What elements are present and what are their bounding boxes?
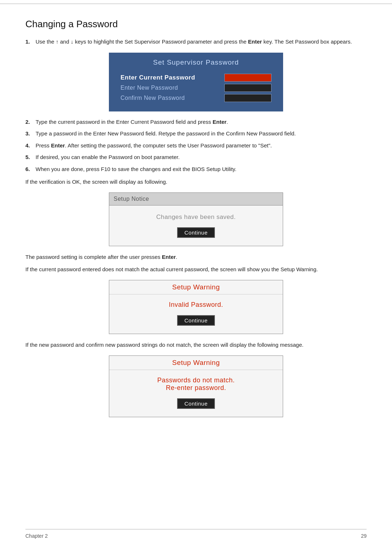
para-before-warning2: If the new password and confirm new pass… xyxy=(25,341,367,349)
chapter-label: Chapter 2 xyxy=(25,533,48,539)
field-input-confirm[interactable] xyxy=(224,94,271,102)
steps-list-2: 2. Type the current password in the Ente… xyxy=(25,118,367,174)
field-row-new: Enter New Password xyxy=(121,84,271,92)
step-3: 3. Type a password in the Enter New Pass… xyxy=(25,130,367,138)
step-2: 2. Type the current password in the Ente… xyxy=(25,118,367,126)
setup-notice-dialog: Setup Notice Changes have been saved. Co… xyxy=(109,192,283,246)
supervisor-dialog-body: Enter Current Password Enter New Passwor… xyxy=(110,70,282,111)
field-row-confirm: Confirm New Password xyxy=(121,94,271,102)
step-6-num: 6. xyxy=(25,165,36,174)
field-input-current[interactable] xyxy=(224,74,271,82)
step-5-text: If desired, you can enable the Password … xyxy=(36,153,367,162)
field-label-confirm: Confirm New Password xyxy=(121,95,185,101)
notice-dialog-content: Changes have been saved. Continue xyxy=(109,206,283,246)
step-4-text: Press Enter. After setting the password,… xyxy=(36,142,367,150)
step-4-num: 4. xyxy=(25,142,36,150)
step-6-text: When you are done, press F10 to save the… xyxy=(36,165,367,174)
notice-dialog-title: Setup Notice xyxy=(109,193,283,206)
notice-dialog-message: Changes have been saved. xyxy=(114,214,278,221)
step-2-text: Type the current password in the Enter C… xyxy=(36,118,367,126)
step-1: 1. Use the ↑ and ↓ keys to highlight the… xyxy=(25,38,367,46)
warning2-continue-button[interactable]: Continue xyxy=(177,398,215,409)
warning2-dialog-button-row: Continue xyxy=(114,398,278,409)
setup-warning-dialog-2: Setup Warning Passwords do not match. Re… xyxy=(109,355,283,417)
step-1-num: 1. xyxy=(25,38,36,46)
warning2-dialog-title: Setup Warning xyxy=(109,356,283,370)
warning1-dialog-title: Setup Warning xyxy=(109,280,283,294)
para-after-notice2: If the current password entered does not… xyxy=(25,265,367,273)
warning1-dialog-message: Invalid Password. xyxy=(114,301,278,309)
setup-warning-dialog-1: Setup Warning Invalid Password. Continue xyxy=(109,280,283,334)
page-title: Changing a Password xyxy=(25,19,367,30)
step-1-text: Use the ↑ and ↓ keys to highlight the Se… xyxy=(36,38,367,46)
warning1-dialog-content: Invalid Password. Continue xyxy=(109,294,283,334)
notice-dialog-button-row: Continue xyxy=(114,227,278,238)
supervisor-password-dialog: Set Supervisor Password Enter Current Pa… xyxy=(109,53,283,111)
step-2-num: 2. xyxy=(25,118,36,126)
warning1-dialog-button-row: Continue xyxy=(114,315,278,326)
field-input-new[interactable] xyxy=(224,84,271,92)
supervisor-dialog-title: Set Supervisor Password xyxy=(110,53,282,70)
field-label-new: Enter New Password xyxy=(121,85,178,91)
notice-continue-button[interactable]: Continue xyxy=(177,227,215,238)
para-after-notice1: The password setting is complete after t… xyxy=(25,253,367,261)
warning2-dialog-message1: Passwords do not match. Re-enter passwor… xyxy=(114,377,278,392)
step-3-num: 3. xyxy=(25,130,36,138)
steps-list: 1. Use the ↑ and ↓ keys to highlight the… xyxy=(25,38,367,46)
page-footer: Chapter 2 29 xyxy=(25,529,367,539)
step-3-text: Type a password in the Enter New Passwor… xyxy=(36,130,367,138)
field-row-current: Enter Current Password xyxy=(121,74,271,82)
step-5: 5. If desired, you can enable the Passwo… xyxy=(25,153,367,162)
page-number: 29 xyxy=(361,533,367,539)
step-6: 6. When you are done, press F10 to save … xyxy=(25,165,367,174)
para-before-notice: If the verification is OK, the screen wi… xyxy=(25,178,367,186)
field-label-current: Enter Current Password xyxy=(121,74,195,81)
step-4: 4. Press Enter. After setting the passwo… xyxy=(25,142,367,150)
warning2-dialog-content: Passwords do not match. Re-enter passwor… xyxy=(109,370,283,417)
step-5-num: 5. xyxy=(25,153,36,162)
warning1-continue-button[interactable]: Continue xyxy=(177,315,215,326)
page-container: Changing a Password 1. Use the ↑ and ↓ k… xyxy=(0,4,392,446)
